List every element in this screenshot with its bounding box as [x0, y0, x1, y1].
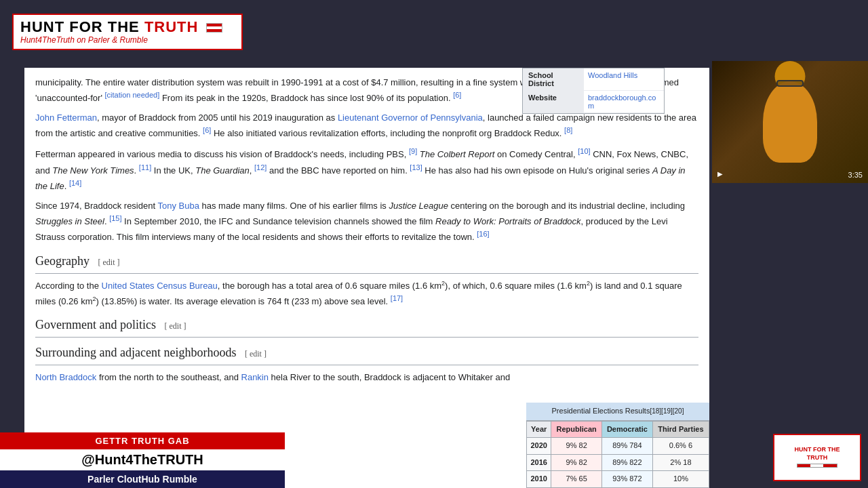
infobox-row-school: School District Woodland Hills: [523, 68, 664, 91]
banner-top: GETTR TRUTH GAB: [0, 432, 285, 449]
logo-flag-bottom: [797, 464, 837, 468]
banner-middle: @Hunt4TheTRUTH: [0, 449, 285, 470]
cell-year: 2020: [527, 438, 551, 455]
surrounding-edit-link[interactable]: [ edit ]: [245, 349, 267, 359]
table-row: 2010 7% 65 93% 872 10%: [527, 471, 709, 488]
col-republican: Republican: [551, 421, 601, 438]
cell-year: 2010: [527, 471, 551, 488]
infobox-value-school[interactable]: Woodland Hills: [584, 68, 642, 90]
glasses-icon: [776, 80, 804, 87]
geography-text: According to the United States Census Bu…: [35, 279, 698, 309]
cell-democratic: 93% 872: [601, 471, 652, 488]
infobox-value-website[interactable]: braddockborough.com: [584, 91, 664, 113]
infobox: School District Woodland Hills Website b…: [522, 68, 665, 114]
geography-edit-link[interactable]: [ edit ]: [98, 258, 119, 267]
video-overlay: 3:35 ▶: [712, 61, 868, 183]
government-edit-link[interactable]: [ edit ]: [164, 321, 186, 331]
cell-third: 0.6% 6: [652, 438, 709, 455]
col-year: Year: [527, 421, 551, 438]
flag-icon: [206, 23, 222, 33]
table-row: 2020 9% 82 89% 784 0.6% 6: [527, 438, 709, 455]
wiki-para-2: John Fetterman, mayor of Braddock from 2…: [35, 111, 698, 141]
wiki-content: municipality. The entire water distribut…: [24, 68, 709, 488]
bottom-banner: GETTR TRUTH GAB @Hunt4TheTRUTH Parler Cl…: [0, 432, 285, 488]
surrounding-heading: Surrounding and adjacent neighborhoods […: [35, 343, 698, 365]
cell-republican: 7% 65: [551, 471, 601, 488]
geography-heading: Geography [ edit ]: [35, 251, 698, 274]
cell-democratic: 89% 822: [601, 454, 652, 471]
logo-title: HUNT FOR THE TRUTH: [20, 19, 235, 35]
table-row: 2016 9% 82 89% 822 2% 18: [527, 454, 709, 471]
infobox-label-school: School District: [523, 68, 584, 90]
cell-republican: 9% 82: [551, 438, 601, 455]
top-logo: HUNT FOR THE TRUTH Hunt4TheTruth on Parl…: [12, 14, 243, 50]
banner-bottom: Parler CloutHub Rumble: [0, 470, 285, 488]
col-democratic: Democratic: [601, 421, 652, 438]
video-person: [712, 61, 868, 183]
government-heading: Government and politics [ edit ]: [35, 315, 698, 338]
cell-year: 2016: [527, 454, 551, 471]
infobox-label-website: Website: [523, 91, 584, 113]
wiki-para-4: Since 1974, Braddock resident Tony Buba …: [35, 199, 698, 245]
bottom-right-logo: HUNT FOR THE TRUTH: [773, 434, 861, 481]
wiki-para-3: Fetterman appeared in various media to d…: [35, 146, 698, 193]
video-play-icon[interactable]: ▶: [717, 170, 723, 178]
infobox-row-website: Website braddockborough.com: [523, 91, 664, 113]
video-timer: 3:35: [848, 171, 863, 179]
person-body: [763, 81, 817, 163]
cell-democratic: 89% 784: [601, 438, 652, 455]
cell-republican: 9% 82: [551, 454, 601, 471]
cell-third: 10%: [652, 471, 709, 488]
bottom-logo-text: HUNT FOR THE TRUTH: [795, 446, 840, 468]
surrounding-text: North Braddock from the north to the sou…: [35, 371, 698, 384]
elections-header: Presidential Elections Results[18][19][2…: [526, 403, 709, 421]
elections-table: Year Republican Democratic Third Parties…: [526, 421, 709, 488]
logo-subtitle: Hunt4TheTruth on Parler & Rumble: [20, 35, 235, 45]
col-third: Third Parties: [652, 421, 709, 438]
cell-third: 2% 18: [652, 454, 709, 471]
elections-container: Presidential Elections Results[18][19][2…: [526, 403, 709, 488]
